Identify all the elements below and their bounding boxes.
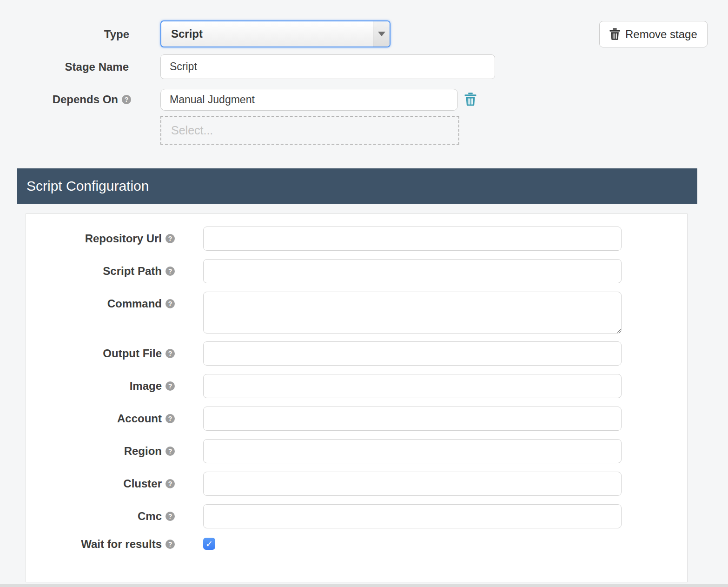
field-control bbox=[203, 407, 622, 431]
field-control bbox=[203, 374, 622, 398]
help-icon[interactable]: ? bbox=[165, 299, 175, 308]
section-header: Script Configuration bbox=[17, 168, 697, 204]
stage-name-input[interactable] bbox=[160, 54, 495, 79]
section-title: Script Configuration bbox=[26, 178, 149, 194]
script-configuration-panel: Repository Url ? Script Path ? Command ?… bbox=[26, 213, 688, 582]
form-field-row: Image ? bbox=[26, 374, 687, 398]
form-field-row: Account ? bbox=[26, 407, 687, 431]
field-label: Repository Url bbox=[85, 232, 162, 245]
type-label: Type bbox=[28, 28, 129, 41]
image-input[interactable] bbox=[203, 374, 622, 398]
help-icon[interactable]: ? bbox=[165, 512, 175, 521]
field-label-group: Script Path ? bbox=[26, 259, 175, 283]
field-label-group: Cluster ? bbox=[26, 472, 175, 496]
form-field-row: Wait for results ? ✓ bbox=[26, 538, 687, 551]
form-field-row: Cluster ? bbox=[26, 472, 687, 496]
account-input[interactable] bbox=[203, 407, 622, 431]
field-label-group: Cmc ? bbox=[26, 504, 175, 528]
field-label: Command bbox=[107, 297, 162, 310]
help-icon[interactable]: ? bbox=[165, 414, 175, 423]
help-icon[interactable]: ? bbox=[165, 540, 175, 549]
depends-on-input[interactable] bbox=[160, 89, 458, 111]
help-icon[interactable]: ? bbox=[165, 267, 175, 276]
cmc-input[interactable] bbox=[203, 504, 622, 528]
help-icon[interactable]: ? bbox=[122, 95, 131, 104]
field-label: Region bbox=[124, 445, 162, 458]
depends-on-label: Depends On bbox=[53, 93, 118, 106]
form-field-row: Region ? bbox=[26, 439, 687, 463]
field-control bbox=[203, 504, 622, 528]
form-field-row: Script Path ? bbox=[26, 259, 687, 283]
field-label: Account bbox=[117, 412, 162, 425]
help-icon[interactable]: ? bbox=[165, 234, 175, 243]
field-control bbox=[203, 341, 622, 366]
form-field-row: Cmc ? bbox=[26, 504, 687, 528]
depends-on-label-group: Depends On ? bbox=[19, 93, 131, 106]
field-label: Image bbox=[130, 380, 162, 393]
repository-url-input[interactable] bbox=[203, 227, 622, 251]
field-label-group: Account ? bbox=[26, 407, 175, 431]
field-label-group: Command ? bbox=[26, 292, 175, 316]
fields-container: Repository Url ? Script Path ? Command ?… bbox=[26, 214, 687, 551]
stage-config-screen: Type Script Remove stage Stage Name Depe… bbox=[0, 0, 728, 587]
divider bbox=[0, 584, 728, 587]
chevron-down-icon bbox=[373, 21, 390, 47]
field-control bbox=[203, 227, 622, 251]
remove-stage-label: Remove stage bbox=[625, 28, 697, 41]
field-label: Cmc bbox=[138, 510, 162, 523]
field-label-group: Image ? bbox=[26, 374, 175, 398]
form-field-row: Output File ? bbox=[26, 341, 687, 366]
cluster-input[interactable] bbox=[203, 472, 622, 496]
field-control bbox=[203, 439, 622, 463]
field-label: Output File bbox=[103, 347, 162, 360]
output-file-input[interactable] bbox=[203, 341, 622, 366]
form-field-row: Command ? bbox=[26, 292, 687, 334]
field-label-group: Repository Url ? bbox=[26, 227, 175, 251]
depends-on-add-select-placeholder: Select... bbox=[171, 124, 213, 137]
help-icon[interactable]: ? bbox=[165, 381, 175, 391]
stage-name-label: Stage Name bbox=[28, 60, 129, 73]
field-control bbox=[203, 292, 622, 334]
stage-type-select-value: Script bbox=[161, 21, 373, 47]
script-path-input[interactable] bbox=[203, 259, 622, 283]
help-icon[interactable]: ? bbox=[165, 349, 175, 358]
trash-icon bbox=[609, 28, 620, 40]
field-label: Cluster bbox=[123, 477, 162, 490]
field-label: Script Path bbox=[103, 265, 162, 278]
region-input[interactable] bbox=[203, 439, 622, 463]
stage-type-select[interactable]: Script bbox=[160, 20, 390, 47]
help-icon[interactable]: ? bbox=[165, 447, 175, 456]
remove-stage-button[interactable]: Remove stage bbox=[599, 21, 708, 47]
remove-dependency-trash-icon[interactable] bbox=[464, 93, 477, 106]
field-control bbox=[203, 472, 622, 496]
command-textarea[interactable] bbox=[203, 292, 622, 334]
field-label-group: Output File ? bbox=[26, 341, 175, 366]
field-label-group: Region ? bbox=[26, 439, 175, 463]
field-control: ✓ bbox=[203, 538, 215, 551]
field-label: Wait for results bbox=[81, 538, 162, 551]
field-label-group: Wait for results ? bbox=[26, 538, 175, 551]
depends-on-add-select[interactable]: Select... bbox=[160, 116, 459, 145]
help-icon[interactable]: ? bbox=[165, 479, 175, 488]
wait-for-results-checkbox[interactable]: ✓ bbox=[203, 538, 215, 550]
field-control bbox=[203, 259, 622, 283]
form-field-row: Repository Url ? bbox=[26, 227, 687, 251]
